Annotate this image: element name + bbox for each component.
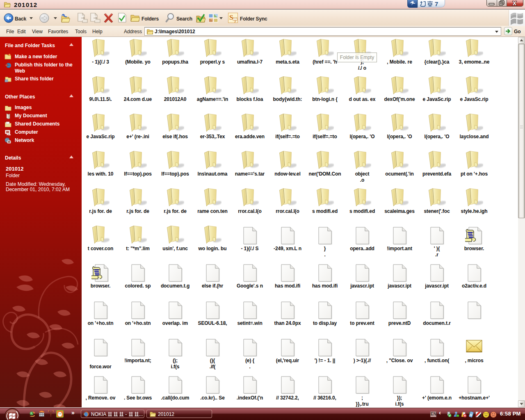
svg-text:7: 7 <box>234 20 236 23</box>
svg-text:S: S <box>229 14 233 21</box>
svg-text:X: X <box>513 0 517 6</box>
svg-text:7: 7 <box>435 0 438 7</box>
